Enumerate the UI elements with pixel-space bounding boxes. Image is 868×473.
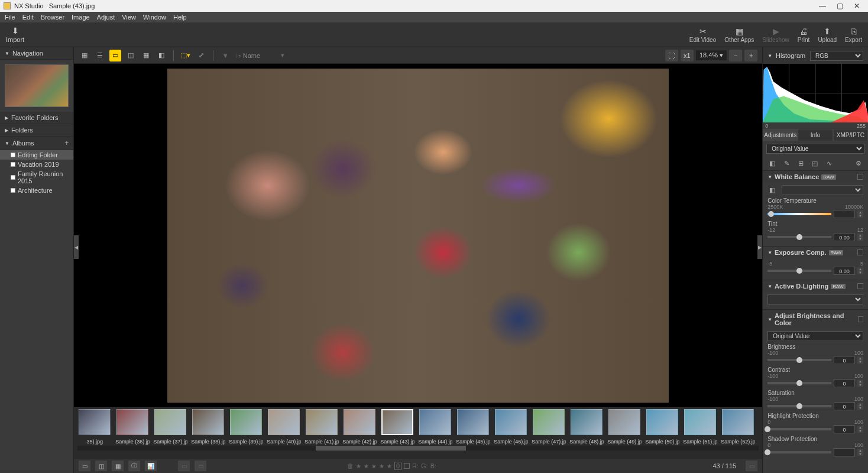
navigation-header[interactable]: ▼Navigation <box>0 47 73 60</box>
thumbnail-item[interactable]: Sample (47).jpg <box>532 409 566 445</box>
thumbnail-item[interactable]: Sample (51).jpg <box>683 409 717 445</box>
exposure-comp-header[interactable]: ▼Exposure Comp. RAW <box>763 247 868 258</box>
actual-size-button[interactable]: x1 <box>681 50 694 61</box>
shadow-protection-slider[interactable] <box>767 451 831 453</box>
histogram-overlay-button[interactable]: 📊 <box>145 461 157 471</box>
album-item[interactable]: Vacation 2019 <box>0 160 73 169</box>
brightness-slider[interactable] <box>767 359 831 361</box>
thumbnail-item[interactable]: Sample (50).jpg <box>645 409 679 445</box>
wb-mode-select[interactable] <box>782 185 863 195</box>
d-lighting-header[interactable]: ▼Active D-Lighting RAW <box>763 280 868 292</box>
navigator-thumbnail[interactable] <box>5 64 69 107</box>
exposure-slider[interactable] <box>767 270 831 272</box>
menu-view[interactable]: View <box>122 14 136 21</box>
favorite-folders-header[interactable]: ▶Favorite Folders <box>0 112 73 124</box>
info-button[interactable]: ⓘ <box>128 461 140 471</box>
album-item[interactable]: Family Reunion 2015 <box>0 169 73 186</box>
histogram-mode-select[interactable]: RGB <box>810 51 863 61</box>
thumbnail-item[interactable]: 35).jpg <box>77 409 112 445</box>
compare-overlay-button[interactable]: ◫ <box>95 461 107 471</box>
brightness-preset-select[interactable]: Original Value <box>767 331 863 341</box>
menu-edit[interactable]: Edit <box>22 14 34 21</box>
zoom-out-button[interactable]: − <box>729 50 742 61</box>
thumbnail-item[interactable]: Sample (44).jpg <box>418 409 452 445</box>
settings-gear-icon[interactable]: ⚙ <box>854 158 863 168</box>
thumbnail-item[interactable]: Sample (38).jpg <box>191 409 225 445</box>
thumbnail-item[interactable]: Sample (42).jpg <box>342 409 377 445</box>
thumbnail-item[interactable]: Sample (49).jpg <box>607 409 642 445</box>
eyedropper-wb-icon[interactable]: ◧ <box>767 158 777 168</box>
d-lighting-select[interactable] <box>767 294 863 304</box>
grid-view-button[interactable]: ▦ <box>79 50 90 61</box>
curve-icon[interactable]: ∿ <box>824 158 834 168</box>
compare-4-button[interactable]: ▦ <box>140 50 152 61</box>
tab-adjustments[interactable]: Adjustments <box>763 129 798 141</box>
wb-eyedropper-icon[interactable]: ◧ <box>767 186 777 195</box>
tab-info[interactable]: Info <box>798 129 833 141</box>
shadow-protection-value[interactable] <box>834 448 855 456</box>
menu-image[interactable]: Image <box>72 14 90 21</box>
album-item[interactable]: Editing Folder <box>0 150 73 160</box>
highlight-protection-slider[interactable] <box>767 428 831 430</box>
upload-button[interactable]: ⬆Upload <box>818 27 837 43</box>
thumbnail-item[interactable]: Sample (46).jpg <box>494 409 528 445</box>
rating-controls[interactable]: 🗑 ★★★★★ 0 R: G: B: <box>347 462 436 470</box>
eyedropper-icon[interactable]: ✎ <box>782 158 791 168</box>
menu-file[interactable]: File <box>5 14 15 21</box>
exposure-value[interactable]: 0.00 <box>834 267 855 275</box>
unknown-tool-1[interactable]: ▭ <box>178 461 190 471</box>
zoom-in-button[interactable]: + <box>744 50 757 61</box>
thumbnail-item[interactable]: Sample (41).jpg <box>305 409 339 445</box>
export-button[interactable]: ⎘Export <box>845 27 862 43</box>
select-tool-button[interactable]: ⬚▾ <box>180 50 192 61</box>
saturation-value[interactable]: 0 <box>834 402 855 410</box>
info-overlay-button[interactable]: ▭ <box>79 461 90 471</box>
collapse-left-handle[interactable]: ◀ <box>74 235 79 259</box>
saturation-slider[interactable] <box>767 405 831 407</box>
color-temp-slider[interactable] <box>767 213 831 215</box>
menu-window[interactable]: Window <box>143 14 166 21</box>
window-minimize-button[interactable]: — <box>819 2 826 10</box>
edit-video-button[interactable]: ✂Edit Video <box>689 27 716 43</box>
thumbnail-item[interactable]: Sample (43).jpg <box>380 409 414 445</box>
image-viewport[interactable]: ◀ ▶ <box>74 64 762 407</box>
window-maximize-button[interactable]: ▢ <box>837 2 843 10</box>
brightness-value[interactable]: 0 <box>834 356 855 364</box>
add-album-button[interactable]: + <box>64 139 69 147</box>
albums-header[interactable]: ▼Albums+ <box>0 137 73 150</box>
import-button[interactable]: ⬇ Import <box>6 26 24 43</box>
collapse-right-handle[interactable]: ▶ <box>757 235 762 259</box>
fullscreen-button[interactable]: ⤢ <box>195 50 207 61</box>
fit-screen-button[interactable]: ⛶ <box>665 50 678 61</box>
window-close-button[interactable]: ✕ <box>854 2 860 10</box>
filter-button[interactable]: ▼ <box>219 50 231 61</box>
other-apps-button[interactable]: ▦Other Apps <box>724 27 754 43</box>
thumbnail-item[interactable]: Sample (39).jpg <box>229 409 263 445</box>
contrast-slider[interactable] <box>767 382 831 384</box>
crop-icon[interactable]: ◰ <box>810 158 820 168</box>
histogram-header[interactable]: ▼ Histogram RGB <box>763 47 868 64</box>
compare-2-button[interactable]: ◫ <box>125 50 137 61</box>
filmstrip-scrollbar[interactable] <box>77 446 759 451</box>
brightness-color-header[interactable]: ▼Adjust Brightness and Color <box>763 310 868 329</box>
highlight-protection-value[interactable]: 0 <box>834 425 855 433</box>
thumbnail-item[interactable]: Sample (48).jpg <box>569 409 604 445</box>
tint-value[interactable]: 0.00 <box>834 233 855 241</box>
preset-select[interactable]: Original Value <box>766 144 864 154</box>
color-temp-value[interactable] <box>834 210 855 218</box>
before-after-button[interactable]: ◧ <box>156 50 167 61</box>
sort-control[interactable]: ↓₃ Name ▾ <box>235 51 284 59</box>
tab-xmp-iptc[interactable]: XMP/IPTC <box>833 129 868 141</box>
straighten-icon[interactable]: ⊞ <box>796 158 805 168</box>
print-button[interactable]: 🖨Print <box>798 27 810 43</box>
menu-adjust[interactable]: Adjust <box>97 14 115 21</box>
grid-overlay-button[interactable]: ▦ <box>112 461 124 471</box>
album-item[interactable]: Architecture <box>0 186 73 195</box>
thumbnail-item[interactable]: Sample (36).jpg <box>115 409 150 445</box>
single-view-button[interactable]: ▭ <box>109 50 121 61</box>
zoom-value[interactable]: 18.4% ▾ <box>696 50 727 60</box>
menu-help[interactable]: Help <box>173 14 187 21</box>
folders-header[interactable]: ▶Folders <box>0 124 73 137</box>
thumbnail-item[interactable]: Sample (52).jpg <box>721 409 755 445</box>
extra-button[interactable]: ▭ <box>746 461 757 471</box>
